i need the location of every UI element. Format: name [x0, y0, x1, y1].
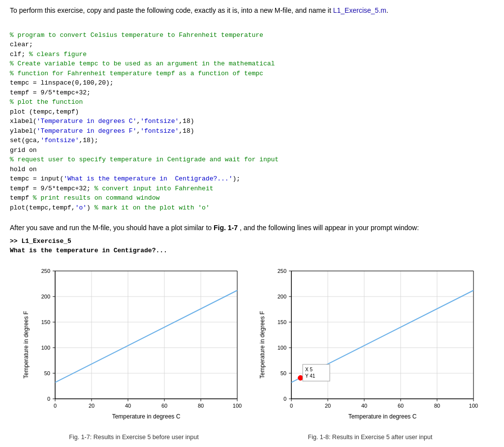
svg-text:40: 40 — [125, 403, 131, 409]
prompt-line-1: >> L1_Exercise_5 — [10, 238, 71, 245]
code-line-18: tempf % print results on command window — [10, 194, 159, 202]
svg-text:250: 250 — [41, 268, 50, 274]
svg-rect-1 — [55, 271, 237, 399]
svg-text:0: 0 — [290, 403, 293, 409]
svg-text:200: 200 — [41, 294, 50, 299]
svg-text:100: 100 — [233, 403, 242, 409]
fig-ref: Fig. 1-7 — [214, 224, 238, 232]
code-line-17: tempf = 9/5*tempc+32; % convert input in… — [10, 185, 213, 192]
svg-text:80: 80 — [434, 403, 440, 409]
fig2-caption: Fig. 1-8: Results in Exercise 5 after us… — [308, 434, 433, 441]
code-line-5: % function for Fahrenheit temperature te… — [10, 70, 263, 77]
svg-text:0: 0 — [54, 403, 57, 409]
intro-text: To perform this exercise, copy and paste… — [10, 6, 331, 14]
svg-text:60: 60 — [398, 403, 404, 409]
svg-text:Temperature in degrees F: Temperature in degrees F — [259, 311, 266, 378]
svg-text:X 5: X 5 — [305, 367, 313, 372]
code-line-7: tempf = 9/5*tempc+32; — [10, 89, 91, 96]
svg-text:0: 0 — [47, 396, 50, 402]
code-line-16: tempc = input('What is the temperature i… — [10, 175, 240, 182]
code-line-15: hold on — [10, 166, 37, 173]
svg-text:50: 50 — [44, 370, 50, 376]
code-line-9: plot (tempc,tempf) — [10, 108, 79, 116]
fig1-caption: Fig. 1-7: Results in Exercise 5 before u… — [69, 434, 198, 441]
svg-text:100: 100 — [278, 345, 286, 351]
code-line-10: xlabel('Temperature in degrees C','fonts… — [10, 118, 194, 125]
svg-text:150: 150 — [41, 319, 50, 325]
svg-text:100: 100 — [41, 345, 50, 351]
code-block: % program to convert Celsius temperature… — [10, 21, 494, 212]
svg-text:100: 100 — [469, 403, 478, 409]
svg-text:Y 41: Y 41 — [305, 373, 315, 379]
prompt-line-2: What is the temperature in Centigrade?..… — [10, 247, 167, 254]
svg-text:20: 20 — [325, 403, 331, 409]
svg-point-84 — [298, 375, 303, 380]
code-line-11: ylabel('Temperature in degrees F','fonts… — [10, 127, 194, 135]
svg-text:40: 40 — [361, 403, 367, 409]
code-line-6: tempc = linspace(0,100,20); — [10, 79, 114, 87]
chart-2-wrap: 0 20 40 60 80 100 0 50 100 15 — [257, 264, 483, 431]
intro-paragraph: To perform this exercise, copy and paste… — [10, 5, 494, 16]
svg-text:60: 60 — [161, 403, 167, 409]
svg-text:50: 50 — [281, 370, 286, 376]
code-line-1: % program to convert Celsius temperature… — [10, 31, 263, 39]
svg-text:20: 20 — [89, 403, 94, 409]
svg-text:Temperature in degrees C: Temperature in degrees C — [348, 413, 417, 420]
code-line-2: clear; — [10, 41, 33, 48]
figure-1: 0 20 40 60 80 100 0 50 100 — [21, 264, 247, 441]
code-line-19: plot(tempc,tempf,'o') % mark it on the p… — [10, 204, 210, 211]
chart-1-wrap: 0 20 40 60 80 100 0 50 100 — [21, 264, 247, 431]
code-line-8: % plot the function — [10, 98, 83, 106]
figure-2: 0 20 40 60 80 100 0 50 100 15 — [257, 264, 483, 441]
prompt-block: >> L1_Exercise_5 What is the temperature… — [10, 237, 494, 256]
code-line-12: set(gca,'fontsize',18); — [10, 137, 98, 144]
code-line-14: % request user to specify temperature in… — [10, 156, 279, 163]
filename-link[interactable]: L1_Exercise_5.m — [333, 6, 386, 14]
chart-2: 0 20 40 60 80 100 0 50 100 15 — [257, 264, 483, 431]
svg-text:80: 80 — [198, 403, 204, 409]
svg-text:Temperature in degrees C: Temperature in degrees C — [112, 413, 181, 420]
svg-text:150: 150 — [278, 319, 286, 325]
code-line-13: grid on — [10, 147, 37, 154]
code-line-4: % Create variable tempc to be used as an… — [10, 60, 275, 67]
chart-1: 0 20 40 60 80 100 0 50 100 — [21, 264, 247, 431]
figures-row: 0 20 40 60 80 100 0 50 100 — [10, 264, 494, 441]
code-line-3: clf; % clears figure — [10, 51, 87, 58]
svg-text:Temperature in degrees F: Temperature in degrees F — [23, 311, 30, 378]
svg-text:0: 0 — [284, 396, 286, 402]
svg-text:250: 250 — [278, 268, 286, 274]
after-paragraph: After you save and run the M-file, you s… — [10, 222, 494, 233]
svg-text:200: 200 — [278, 294, 286, 299]
